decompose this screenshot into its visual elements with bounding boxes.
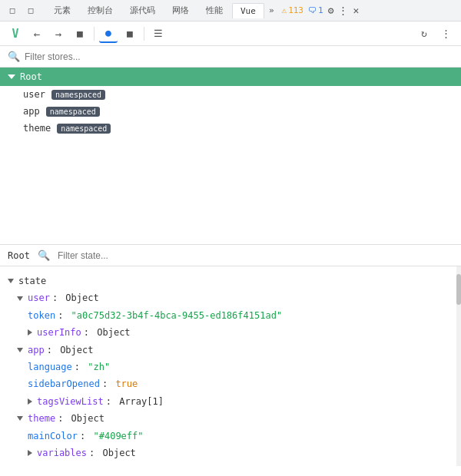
root-header[interactable]: Root <box>0 68 461 86</box>
search-icon-state: 🔍 <box>38 250 50 261</box>
stores-panel: Root user namespaced app namespaced them… <box>0 68 461 244</box>
token-value: "a0c75d32-3b4f-4bca-9455-ed186f4151ad" <box>71 308 283 323</box>
list-item[interactable]: theme namespaced <box>0 120 461 137</box>
state-label: state <box>18 273 46 289</box>
app-key: app <box>28 342 45 358</box>
refresh-button[interactable]: ↻ <box>415 25 433 43</box>
store-item-theme-badge: namespaced <box>57 124 111 134</box>
breadcrumb: Root <box>8 250 30 261</box>
window-icon-1[interactable]: □ <box>5 3 20 18</box>
tree-node-token[interactable]: token : "a0c75d32-3b4f-4bca-9455-ed186f4… <box>0 307 461 324</box>
tree-node-sidebar[interactable]: sidebarOpened : true <box>0 375 461 392</box>
tree-node-language[interactable]: language : "zh" <box>0 359 461 375</box>
filter-stores-bar: 🔍 <box>0 46 461 68</box>
colon: : <box>84 325 95 340</box>
store-item-user-badge: namespaced <box>51 90 105 100</box>
variables-key: variables <box>37 445 87 461</box>
colon: : <box>102 376 113 392</box>
tab-vue[interactable]: Vue <box>232 3 264 18</box>
toolbar-right: ↻ ⋮ <box>415 25 455 43</box>
colon: : <box>75 359 85 375</box>
warning-badge: ⚠ 113 <box>282 5 304 15</box>
tree-node-variables[interactable]: variables : Object <box>0 445 461 461</box>
info-badge: 🗨 1 <box>308 5 323 15</box>
language-key: language <box>28 359 72 375</box>
state-panel-header: Root 🔍 <box>0 245 461 266</box>
tab-more[interactable]: » <box>266 5 277 15</box>
forward-button[interactable]: → <box>49 25 68 43</box>
expand-icon <box>17 296 23 301</box>
colon: : <box>58 411 68 426</box>
theme-type: Object <box>71 411 104 426</box>
scrollbar-thumb[interactable] <box>456 274 461 305</box>
colon: : <box>80 428 91 444</box>
more-options-icon[interactable]: ⋮ <box>338 5 348 16</box>
filter-state-input[interactable] <box>58 250 173 261</box>
app-type: Object <box>60 342 93 358</box>
tree-node-app[interactable]: app : Object <box>0 342 461 359</box>
expand-icon <box>8 279 14 283</box>
language-value: "zh" <box>88 359 110 375</box>
component-view-button[interactable]: ■ <box>71 25 89 43</box>
tab-elements[interactable]: 元素 <box>46 2 78 18</box>
userinfo-type: Object <box>97 325 130 340</box>
search-icon: 🔍 <box>8 51 20 62</box>
info-icon: 🗨 <box>308 5 317 15</box>
colon: : <box>58 308 68 323</box>
list-item[interactable]: app namespaced <box>0 103 461 120</box>
tree-node-theme[interactable]: theme : Object <box>0 410 461 427</box>
sidebar-key: sidebarOpened <box>28 376 100 392</box>
divider-2 <box>144 27 144 41</box>
store-item-app-badge: namespaced <box>46 107 100 117</box>
tree-node-maincolor[interactable]: mainColor : "#409eff" <box>0 428 461 445</box>
tree-node-user[interactable]: user : Object <box>0 289 461 306</box>
component-tree-button[interactable]: ● <box>99 25 118 43</box>
sidebar-value: true <box>115 376 138 392</box>
scrollbar-track[interactable] <box>456 266 461 466</box>
colon: : <box>89 445 100 461</box>
settings-icon[interactable]: ⚙ <box>328 5 334 16</box>
colon: : <box>47 342 58 358</box>
vue-toolbar: V ← → ■ ● ■ ☰ ↻ ⋮ <box>0 21 461 46</box>
colon: : <box>52 290 63 306</box>
close-icon[interactable]: ✕ <box>353 5 359 16</box>
state-tree: state user : Object token : "a0c75d32-3b… <box>0 266 461 466</box>
warning-count: 113 <box>288 5 303 15</box>
user-type: Object <box>65 290 98 306</box>
list-item[interactable]: user namespaced <box>0 86 461 103</box>
maincolor-value: "#409eff" <box>93 428 143 444</box>
root-label: Root <box>20 71 42 82</box>
expand-closed-icon <box>28 450 32 456</box>
filter-stores-input[interactable] <box>25 51 453 62</box>
expand-icon <box>17 416 23 421</box>
tab-console[interactable]: 控制台 <box>80 2 121 18</box>
colon: : <box>106 394 117 409</box>
tab-network[interactable]: 网络 <box>164 2 197 18</box>
maincolor-key: mainColor <box>28 428 78 444</box>
tab-performance[interactable]: 性能 <box>198 2 230 18</box>
store-grid-button[interactable]: ■ <box>121 25 139 43</box>
expand-closed-icon <box>28 398 32 405</box>
more-options-button[interactable]: ⋮ <box>436 25 455 43</box>
expand-icon <box>17 348 23 352</box>
window-icon-2[interactable]: □ <box>23 3 38 18</box>
userinfo-key: userInfo <box>37 325 81 340</box>
store-item-theme-label: theme <box>23 123 51 134</box>
tab-bar: □ □ 元素 控制台 源代码 网络 性能 Vue » ⚠ 113 🗨 1 ⚙ ⋮… <box>0 0 461 21</box>
collapse-icon <box>8 74 15 79</box>
store-item-app-label: app <box>23 106 40 117</box>
tab-sources[interactable]: 源代码 <box>122 2 163 18</box>
tree-node-tagsview[interactable]: tagsViewList : Array[1] <box>0 393 461 410</box>
info-count: 1 <box>318 5 323 15</box>
store-item-user-label: user <box>23 89 45 100</box>
vue-logo: V <box>6 25 25 43</box>
state-root-node[interactable]: state <box>0 273 461 289</box>
back-button[interactable]: ← <box>28 25 46 43</box>
theme-key: theme <box>28 411 55 426</box>
variables-type: Object <box>102 445 135 461</box>
state-panel: state user : Object token : "a0c75d32-3b… <box>0 266 461 466</box>
divider-1 <box>94 27 95 41</box>
timeline-button[interactable]: ☰ <box>149 25 167 43</box>
token-key: token <box>28 308 55 323</box>
tree-node-userinfo[interactable]: userInfo : Object <box>0 324 461 341</box>
